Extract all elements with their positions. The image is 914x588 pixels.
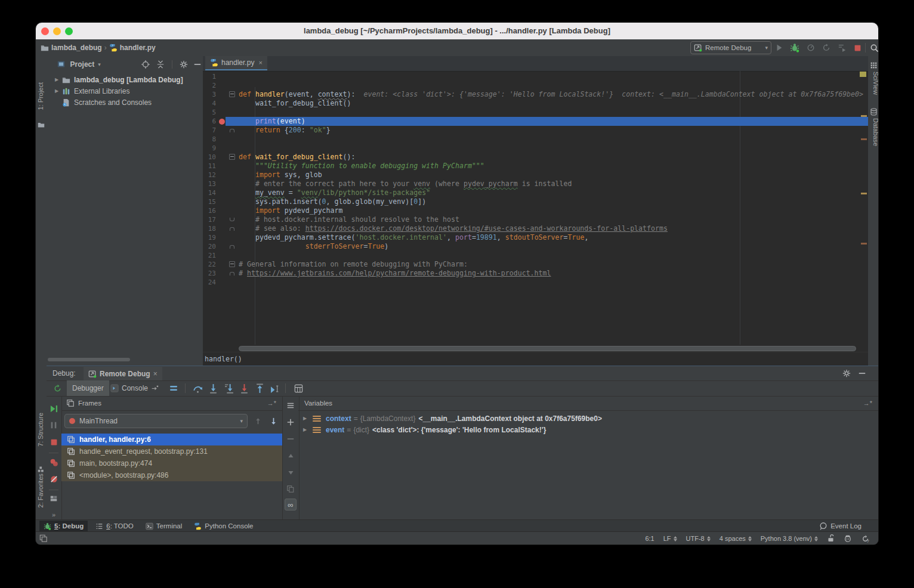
- more-actions-icon[interactable]: »: [48, 509, 59, 520]
- code-line-17[interactable]: 17 # host.docker.internal should resolve…: [203, 215, 868, 224]
- code-line-23[interactable]: 23# https://www.jetbrains.com/help/pycha…: [203, 269, 868, 278]
- breakpoint-icon[interactable]: [219, 119, 225, 125]
- close-tab-icon[interactable]: ×: [258, 59, 262, 66]
- tab-console[interactable]: Console: [105, 380, 164, 396]
- run-configuration-select[interactable]: Remote Debug ▾: [690, 41, 771, 54]
- next-frame-icon[interactable]: [267, 415, 279, 427]
- view-breakpoints-icon[interactable]: [48, 457, 59, 468]
- variable-row-event[interactable]: ▶event={dict}<class 'dict'>: {'message':…: [298, 424, 878, 435]
- duplicate-watch-icon[interactable]: [285, 483, 297, 495]
- code-line-4[interactable]: 4 wait_for_debug_client(): [203, 99, 868, 108]
- expand-chevron-icon[interactable]: ▶: [303, 416, 309, 421]
- project-horizontal-scrollbar[interactable]: [48, 358, 130, 361]
- code-line-20[interactable]: 20 stderrToServer=True): [203, 242, 868, 251]
- stop-icon[interactable]: [48, 437, 59, 447]
- tree-item-lambda-debug-lambda-debug[interactable]: ▶lambda_debug [Lambda Debug]: [47, 74, 203, 85]
- inspection-status-mark[interactable]: [860, 72, 866, 77]
- code-line-22[interactable]: 22# General information on remote debugg…: [203, 260, 868, 269]
- expand-chevron-icon[interactable]: ▶: [53, 88, 61, 94]
- pin-icon[interactable]: →*: [267, 400, 276, 407]
- code-line-19[interactable]: 19 pydevd_pycharm.settrace('host.docker.…: [203, 233, 868, 242]
- lock-icon[interactable]: [827, 534, 835, 543]
- resume-program-icon[interactable]: [48, 403, 59, 414]
- menu-icon[interactable]: [285, 400, 297, 411]
- collapse-all-icon[interactable]: [155, 59, 166, 70]
- code-line-14[interactable]: 14 my_venv = "venv/lib/python*/site-pack…: [203, 188, 868, 197]
- event-log-button[interactable]: Event Log: [819, 522, 861, 530]
- fold-marker-icon[interactable]: [230, 272, 234, 276]
- close-session-icon[interactable]: ×: [153, 370, 158, 378]
- thread-select[interactable]: MainThread ▾: [64, 414, 248, 428]
- fold-marker-icon[interactable]: [229, 261, 235, 267]
- editor-tab-handler-py[interactable]: handler.py ×: [205, 56, 267, 70]
- tool-window-button-debug[interactable]: 5: Debug: [39, 521, 88, 531]
- code-area[interactable]: 123def handler(event, context): event: <…: [203, 71, 868, 345]
- rerun-icon[interactable]: [51, 383, 63, 394]
- tree-item-scratches-and-consoles[interactable]: Scratches and Consoles: [47, 97, 203, 108]
- code-line-7[interactable]: 7 return {200: "ok"}: [203, 126, 868, 135]
- warning-stripe-mark[interactable]: [861, 138, 867, 140]
- remove-watch-icon[interactable]: [285, 433, 297, 445]
- tool-window-button-python-console[interactable]: Python Console: [190, 521, 257, 531]
- gear-icon[interactable]: [841, 369, 852, 378]
- gear-icon[interactable]: [178, 59, 189, 70]
- mute-breakpoints-icon[interactable]: [48, 474, 59, 484]
- editor-breadcrumbs[interactable]: handler(): [203, 352, 868, 366]
- profile-button[interactable]: [805, 42, 816, 53]
- fold-marker-icon[interactable]: [230, 218, 234, 221]
- search-everywhere-button[interactable]: [869, 42, 878, 53]
- run-with-configuration-button[interactable]: [837, 42, 848, 53]
- warning-stripe-mark[interactable]: [861, 115, 867, 117]
- fold-marker-icon[interactable]: [230, 227, 234, 231]
- stack-frame[interactable]: handler, handler.py:6: [61, 434, 282, 445]
- code-line-11[interactable]: 11 """Utility function to enable debuggi…: [203, 162, 868, 171]
- code-line-15[interactable]: 15 sys.path.insert(0, glob.glob(my_venv)…: [203, 197, 868, 206]
- expand-chevron-icon[interactable]: ▶: [303, 427, 309, 432]
- hide-panel-icon[interactable]: [857, 369, 867, 378]
- coverage-button[interactable]: [821, 42, 832, 53]
- move-down-icon[interactable]: [285, 466, 297, 478]
- code-line-10[interactable]: 10def wait_for_debug_client():: [203, 153, 868, 162]
- line-ending-select[interactable]: LF: [663, 535, 677, 542]
- debug-button[interactable]: [789, 42, 800, 53]
- expand-chevron-icon[interactable]: ▶: [53, 77, 61, 82]
- code-line-12[interactable]: 12 import sys, glob: [203, 171, 868, 180]
- tool-window-button-todo[interactable]: 6: TODO: [91, 521, 138, 531]
- fold-marker-icon[interactable]: [229, 91, 235, 97]
- step-into-icon[interactable]: [207, 383, 219, 394]
- pin-icon[interactable]: →*: [863, 400, 872, 407]
- code-line-21[interactable]: 21: [203, 251, 868, 260]
- encoding-select[interactable]: UTF-8: [686, 535, 711, 542]
- tree-item-external-libraries[interactable]: ▶External Libraries: [47, 85, 203, 97]
- layout-menu-icon[interactable]: [168, 383, 180, 394]
- caret-position[interactable]: 6:1: [645, 535, 654, 542]
- code-line-5[interactable]: 5: [203, 108, 868, 117]
- editor-error-stripe[interactable]: [859, 71, 868, 345]
- evaluate-expression-icon[interactable]: [292, 383, 304, 394]
- code-line-3[interactable]: 3def handler(event, context): event: <cl…: [203, 90, 868, 99]
- code-line-13[interactable]: 13 # enter the correct path here to your…: [203, 180, 868, 188]
- force-step-into-icon[interactable]: [223, 383, 234, 394]
- fold-marker-icon[interactable]: [229, 154, 235, 160]
- locate-file-icon[interactable]: [140, 59, 151, 70]
- stack-frame[interactable]: handle_event_request, bootstrap.py:131: [61, 445, 282, 457]
- code-line-9[interactable]: 9: [203, 144, 868, 153]
- hide-panel-icon[interactable]: [192, 59, 203, 70]
- code-line-1[interactable]: 1: [203, 72, 868, 81]
- tab-debugger[interactable]: Debugger: [67, 380, 109, 396]
- tool-window-switcher-icon[interactable]: [39, 534, 48, 543]
- code-line-8[interactable]: 8: [203, 135, 868, 144]
- code-line-2[interactable]: 2: [203, 81, 868, 90]
- stop-button[interactable]: [852, 42, 863, 53]
- stack-frame[interactable]: main, bootstrap.py:474: [61, 457, 282, 469]
- code-line-24[interactable]: 24: [203, 278, 868, 287]
- indent-select[interactable]: 4 spaces: [720, 535, 752, 542]
- project-panel-title[interactable]: Project: [70, 60, 95, 69]
- restore-layout-icon[interactable]: [48, 493, 59, 504]
- previous-frame-icon[interactable]: [252, 415, 264, 427]
- variable-row-context[interactable]: ▶context={LambdaContext}<__main__.Lambda…: [298, 413, 878, 424]
- fold-marker-icon[interactable]: [230, 245, 234, 249]
- code-line-18[interactable]: 18 # see also: https://docs.docker.com/d…: [203, 224, 868, 233]
- show-watches-toggle-icon[interactable]: ∞: [285, 499, 297, 510]
- breadcrumb-project[interactable]: lambda_debug: [51, 44, 102, 52]
